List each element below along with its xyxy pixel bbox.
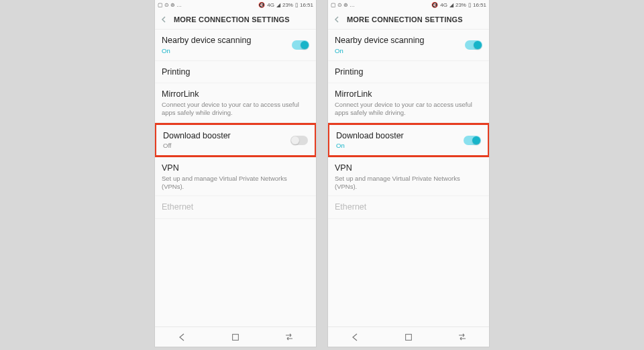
mute-icon: 🔇 — [258, 2, 265, 8]
row-title: Printing — [335, 67, 482, 78]
nav-home-icon[interactable] — [403, 332, 414, 343]
clock-icon: ⊙ — [164, 2, 169, 8]
row-subtitle: On — [336, 142, 458, 150]
settings-list: Nearby device scanning On Printing Mirro… — [155, 30, 316, 326]
nav-recent-icon[interactable] — [284, 332, 294, 343]
row-mirrorlink[interactable]: MirrorLink Connect your device to your c… — [155, 83, 316, 122]
row-title: Ethernet — [162, 202, 309, 213]
row-printing[interactable]: Printing — [328, 61, 489, 84]
row-title: MirrorLink — [162, 89, 309, 100]
row-title: Ethernet — [335, 202, 482, 213]
battery-text: 23% — [455, 2, 466, 8]
row-mirrorlink[interactable]: MirrorLink Connect your device to your c… — [328, 83, 489, 122]
row-printing[interactable]: Printing — [155, 61, 316, 84]
toggle-nearby[interactable] — [292, 40, 309, 50]
phone-right: ▢ ⊙ ⊚ … 🔇 4G ◢ 23% ▯ 16:51 MORE CONNECTI… — [328, 0, 489, 347]
row-title: Printing — [162, 67, 309, 78]
battery-icon: ▯ — [468, 2, 471, 8]
image-icon: ▢ — [158, 2, 163, 8]
row-vpn[interactable]: VPN Set up and manage Virtual Private Ne… — [155, 157, 316, 196]
svg-rect-1 — [406, 334, 412, 340]
row-title: VPN — [162, 163, 309, 174]
page-title: MORE CONNECTION SETTINGS — [174, 15, 290, 24]
battery-icon: ▯ — [295, 2, 298, 8]
clock-icon: ⊙ — [337, 2, 342, 8]
whatsapp-icon: ⊚ — [343, 2, 348, 8]
app-header: MORE CONNECTION SETTINGS — [155, 9, 316, 30]
status-bar: ▢ ⊙ ⊚ … 🔇 4G ◢ 23% ▯ 16:51 — [155, 0, 316, 9]
row-title: VPN — [335, 163, 482, 174]
svg-rect-0 — [233, 334, 239, 340]
row-subtitle: On — [335, 47, 460, 55]
mute-icon: 🔇 — [431, 2, 438, 8]
row-nearby-scanning[interactable]: Nearby device scanning On — [328, 30, 489, 61]
nav-home-icon[interactable] — [230, 332, 241, 343]
network-icon: 4G — [267, 2, 274, 8]
nav-back-icon[interactable] — [176, 332, 187, 343]
settings-list: Nearby device scanning On Printing Mirro… — [328, 30, 489, 326]
network-icon: 4G — [440, 2, 447, 8]
row-ethernet: Ethernet — [155, 196, 316, 219]
row-download-booster[interactable]: Download booster On — [328, 123, 489, 158]
row-subtitle: Off — [163, 142, 285, 150]
phone-left: ▢ ⊙ ⊚ … 🔇 4G ◢ 23% ▯ 16:51 MORE CONNECTI… — [155, 0, 316, 347]
nav-back-icon[interactable] — [350, 332, 360, 343]
more-icon: … — [350, 2, 355, 8]
status-bar: ▢ ⊙ ⊚ … 🔇 4G ◢ 23% ▯ 16:51 — [328, 0, 489, 9]
row-title: MirrorLink — [335, 89, 482, 100]
image-icon: ▢ — [331, 2, 336, 8]
back-icon[interactable] — [333, 16, 340, 23]
nav-bar — [155, 326, 316, 347]
row-title: Nearby device scanning — [335, 36, 460, 46]
row-subtitle: Connect your device to your car to acces… — [162, 101, 309, 117]
clock-text: 16:51 — [473, 2, 486, 8]
toggle-download-booster[interactable] — [464, 136, 481, 145]
row-title: Download booster — [163, 131, 285, 142]
row-subtitle: Connect your device to your car to acces… — [335, 101, 482, 117]
clock-text: 16:51 — [300, 2, 313, 8]
battery-text: 23% — [282, 2, 293, 8]
nav-bar — [328, 326, 489, 347]
row-download-booster[interactable]: Download booster Off — [155, 123, 316, 158]
row-title: Nearby device scanning — [162, 36, 286, 46]
signal-icon: ◢ — [276, 2, 280, 8]
row-nearby-scanning[interactable]: Nearby device scanning On — [155, 30, 316, 61]
app-header: MORE CONNECTION SETTINGS — [328, 9, 489, 30]
whatsapp-icon: ⊚ — [170, 2, 175, 8]
row-title: Download booster — [336, 131, 458, 142]
toggle-download-booster[interactable] — [290, 136, 308, 145]
row-subtitle: Set up and manage Virtual Private Networ… — [162, 175, 309, 191]
toggle-nearby[interactable] — [465, 40, 482, 50]
row-subtitle: On — [162, 47, 286, 55]
row-ethernet: Ethernet — [328, 196, 489, 219]
row-subtitle: Set up and manage Virtual Private Networ… — [335, 175, 482, 191]
page-title: MORE CONNECTION SETTINGS — [347, 15, 463, 24]
more-icon: … — [176, 2, 182, 8]
nav-recent-icon[interactable] — [457, 332, 468, 343]
signal-icon: ◢ — [449, 2, 453, 8]
row-vpn[interactable]: VPN Set up and manage Virtual Private Ne… — [328, 157, 489, 196]
back-icon[interactable] — [160, 16, 167, 23]
